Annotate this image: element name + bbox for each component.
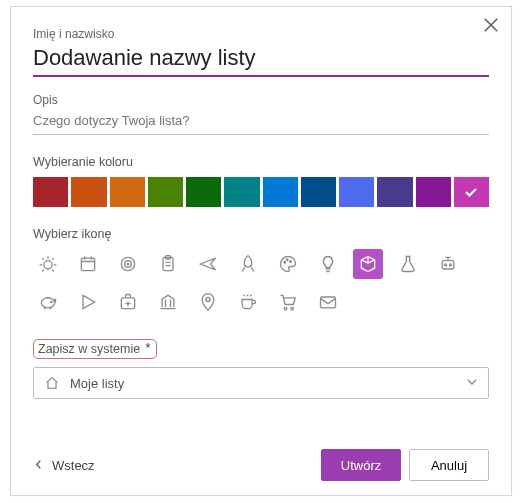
svg-point-2 [121,257,134,270]
firstaid-icon[interactable] [113,287,143,317]
color-swatch[interactable] [224,177,259,207]
target-icon[interactable] [113,249,143,279]
mail-icon[interactable] [313,287,343,317]
create-button[interactable]: Utwórz [321,449,401,481]
chevron-down-icon [466,376,478,391]
svg-point-17 [284,307,287,310]
description-label: Opis [33,93,489,107]
list-name-input[interactable] [33,43,489,77]
svg-point-4 [127,263,129,265]
color-swatch[interactable] [71,177,106,207]
bug-icon[interactable] [33,249,63,279]
rocket-icon[interactable] [233,249,263,279]
color-swatch[interactable] [339,177,374,207]
clipboard-icon[interactable] [153,249,183,279]
svg-point-8 [286,259,288,261]
icon-section-label: Wybierz ikonę [33,227,489,241]
coffee-icon[interactable] [233,287,263,317]
chevron-left-icon [33,457,44,473]
save-location-label-text: Zapisz w systemie [38,342,140,356]
palette-icon[interactable] [273,249,303,279]
svg-point-16 [206,297,210,301]
color-swatch[interactable] [33,177,68,207]
location-icon[interactable] [193,287,223,317]
cart-icon[interactable] [273,287,303,317]
save-location-label: Zapisz w systemie * [33,339,157,359]
flask-icon[interactable] [393,249,423,279]
bank-icon[interactable] [153,287,183,317]
home-icon [44,375,60,391]
svg-rect-19 [321,297,336,308]
color-swatch[interactable] [377,177,412,207]
save-location-value: Moje listy [70,376,124,391]
create-list-dialog: Imię i nazwisko Opis Wybieranie koloru W… [10,6,512,496]
color-swatch[interactable] [148,177,183,207]
color-swatch[interactable] [110,177,145,207]
svg-point-18 [291,307,294,310]
svg-point-11 [445,264,447,266]
cube-icon[interactable] [353,249,383,279]
color-swatch[interactable] [263,177,298,207]
save-location-select[interactable]: Moje listy [33,367,489,399]
cancel-button[interactable]: Anuluj [409,449,489,481]
lightbulb-icon[interactable] [313,249,343,279]
color-picker [33,177,489,207]
svg-point-7 [284,262,286,264]
back-button[interactable]: Wstecz [33,457,95,473]
back-label: Wstecz [52,458,95,473]
svg-point-9 [290,261,292,263]
color-swatch[interactable] [416,177,451,207]
play-icon[interactable] [73,287,103,317]
svg-rect-1 [81,258,94,271]
svg-point-3 [125,261,132,268]
color-swatch[interactable] [454,177,489,207]
close-icon[interactable] [481,15,501,35]
robot-icon[interactable] [433,249,463,279]
description-input[interactable] [33,109,489,135]
color-section-label: Wybieranie koloru [33,155,489,169]
required-mark: * [146,341,151,355]
piggybank-icon[interactable] [33,287,63,317]
color-swatch[interactable] [301,177,336,207]
airplane-icon[interactable] [193,249,223,279]
svg-point-14 [51,301,52,302]
svg-point-12 [450,264,452,266]
icon-picker [33,249,489,317]
dialog-footer: Wstecz Utwórz Anuluj [33,449,489,481]
name-label: Imię i nazwisko [33,27,489,41]
color-swatch[interactable] [186,177,221,207]
svg-point-0 [44,261,52,269]
svg-point-13 [41,298,54,308]
calendar-icon[interactable] [73,249,103,279]
